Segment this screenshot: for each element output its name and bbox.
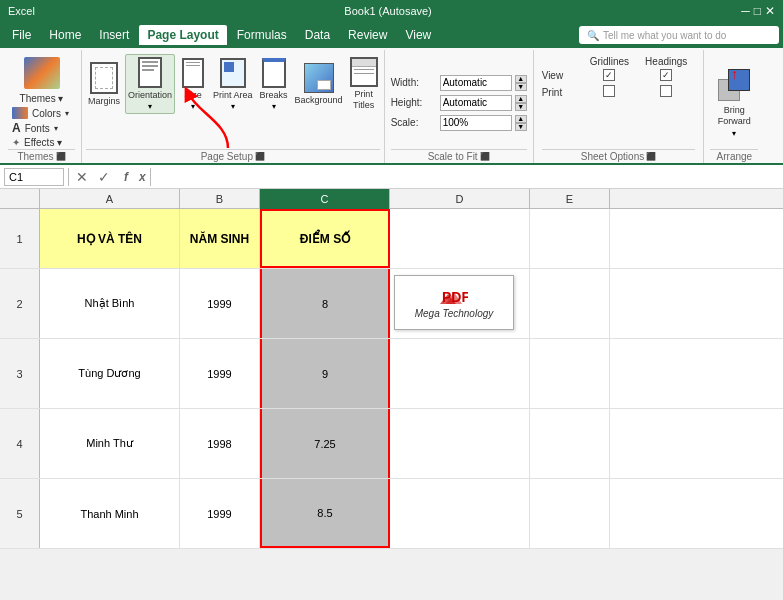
cancel-formula-btn[interactable]: ✕ [73,169,91,185]
themes-group-label: Themes [17,151,53,162]
menu-item-data[interactable]: Data [297,25,338,45]
size-btn[interactable]: Size ▾ [178,54,208,114]
headings-print-checkbox[interactable] [660,85,672,97]
cell-e3[interactable] [530,339,610,408]
formula-input[interactable]: ĐIỂM SỐ [155,168,779,186]
title-bar: Excel Book1 (Autosave) ─ □ ✕ [0,0,783,22]
width-up-btn[interactable]: ▲ [515,75,527,83]
scale-expand-icon[interactable]: ⬛ [480,152,490,161]
file-title: Book1 (Autosave) [344,5,431,17]
cell-b2[interactable]: 1999 [180,269,260,338]
sheet-options-label: Sheet Options [581,151,644,162]
cell-c4[interactable]: 7.25 [260,409,390,478]
headings-view-checkbox[interactable]: ✓ [660,69,672,81]
table-row: 4 Minh Thư 1998 7.25 [0,409,783,479]
menu-item-insert[interactable]: Insert [91,25,137,45]
scale-input[interactable] [440,115,512,131]
breaks-btn[interactable]: Breaks ▾ [258,54,290,114]
headings-header: Headings [645,56,687,67]
margins-btn[interactable]: Margins [86,54,122,114]
width-input[interactable] [440,75,512,91]
insert-function-btn[interactable]: f [117,170,135,184]
size-label: Size [184,90,202,100]
cell-d4[interactable] [390,409,530,478]
gridlines-view-checkbox[interactable]: ✓ [603,69,615,81]
cell-c1[interactable]: ĐIỂM SỐ [260,209,390,268]
cell-a2[interactable]: Nhật Bình [40,269,180,338]
view-label: View [542,70,564,81]
cell-e5[interactable] [530,479,610,548]
maximize-btn[interactable]: □ [754,4,761,18]
print-area-btn[interactable]: Print Area ▾ [211,54,255,114]
menu-item-file[interactable]: File [4,25,39,45]
menu-item-pagelayout[interactable]: Page Layout [139,25,226,45]
row-header[interactable]: 3 [0,339,40,408]
scale-up-btn[interactable]: ▲ [515,115,527,123]
search-placeholder: Tell me what you want to do [603,30,726,41]
height-down-btn[interactable]: ▼ [515,103,527,111]
row-header[interactable]: 5 [0,479,40,548]
cell-b1[interactable]: NĂM SINH [180,209,260,268]
menu-item-review[interactable]: Review [340,25,395,45]
cell-d2[interactable]: PDF Mega Technology [390,269,530,338]
col-header-e[interactable]: E [530,189,610,209]
cell-b3[interactable]: 1999 [180,339,260,408]
cell-e4[interactable] [530,409,610,478]
menu-item-formulas[interactable]: Formulas [229,25,295,45]
col-header-a[interactable]: A [40,189,180,209]
row-header[interactable]: 2 [0,269,40,338]
cell-d3[interactable] [390,339,530,408]
cell-b4[interactable]: 1998 [180,409,260,478]
themes-label: Themes ▾ [20,93,64,104]
fonts-btn[interactable]: A Fonts▾ [8,120,75,136]
cell-c5[interactable]: 8.5 [260,479,390,548]
themes-expand-icon[interactable]: ⬛ [56,152,66,161]
page-setup-label: Page Setup [201,151,253,162]
col-header-d[interactable]: D [390,189,530,209]
colors-btn[interactable]: Colors▾ [8,106,75,120]
cell-c2[interactable]: 8 [260,269,390,338]
col-header-c[interactable]: C [260,189,390,209]
scale-to-fit-group: Width: ▲ ▼ Height: ▲ ▼ Scale: [385,50,534,163]
app-name: Excel [8,5,35,17]
close-btn[interactable]: ✕ [765,4,775,18]
cell-d1[interactable] [390,209,530,268]
cell-e1[interactable] [530,209,610,268]
background-btn[interactable]: Background [293,54,345,114]
width-down-btn[interactable]: ▼ [515,83,527,91]
orientation-btn[interactable]: Orientation ▾ [125,54,175,114]
search-bar[interactable]: 🔍 Tell me what you want to do [579,26,779,44]
height-up-btn[interactable]: ▲ [515,95,527,103]
themes-btn[interactable]: Themes ▾ [8,54,75,106]
themes-group: Themes ▾ Colors▾ A Fonts▾ ✦ Effects ▾ Th [2,50,82,163]
minimize-btn[interactable]: ─ [741,4,750,18]
cell-d5[interactable] [390,479,530,548]
menu-item-home[interactable]: Home [41,25,89,45]
menu-item-view[interactable]: View [397,25,439,45]
cell-a1[interactable]: HỌ VÀ TÊN [40,209,180,268]
page-setup-expand-icon[interactable]: ⬛ [255,152,265,161]
confirm-formula-btn[interactable]: ✓ [95,169,113,185]
row-header[interactable]: 1 [0,209,40,268]
spreadsheet: 1 HỌ VÀ TÊN NĂM SINH ĐIỂM SỐ 2 Nhật Bình… [0,209,783,549]
cell-e2[interactable] [530,269,610,338]
col-header-b[interactable]: B [180,189,260,209]
height-input[interactable] [440,95,512,111]
cell-a3[interactable]: Tùng Dương [40,339,180,408]
cell-c3[interactable]: 9 [260,339,390,408]
row-header[interactable]: 4 [0,409,40,478]
bring-forward-btn[interactable]: ↑ BringForward ▾ [713,64,755,141]
cell-a5[interactable]: Thanh Minh [40,479,180,548]
effects-btn[interactable]: ✦ Effects ▾ [8,136,75,149]
effects-label: Effects ▾ [24,137,62,148]
sheet-options-expand-icon[interactable]: ⬛ [646,152,656,161]
name-box[interactable] [4,168,64,186]
print-titles-btn[interactable]: PrintTitles [348,54,380,114]
cell-a4[interactable]: Minh Thư [40,409,180,478]
table-row: 1 HỌ VÀ TÊN NĂM SINH ĐIỂM SỐ [0,209,783,269]
pdf-company: Mega Technology [415,308,494,319]
scale-down-btn[interactable]: ▼ [515,123,527,131]
gridlines-print-checkbox[interactable] [603,85,615,97]
ribbon: Themes ▾ Colors▾ A Fonts▾ ✦ Effects ▾ Th [0,48,783,165]
cell-b5[interactable]: 1999 [180,479,260,548]
